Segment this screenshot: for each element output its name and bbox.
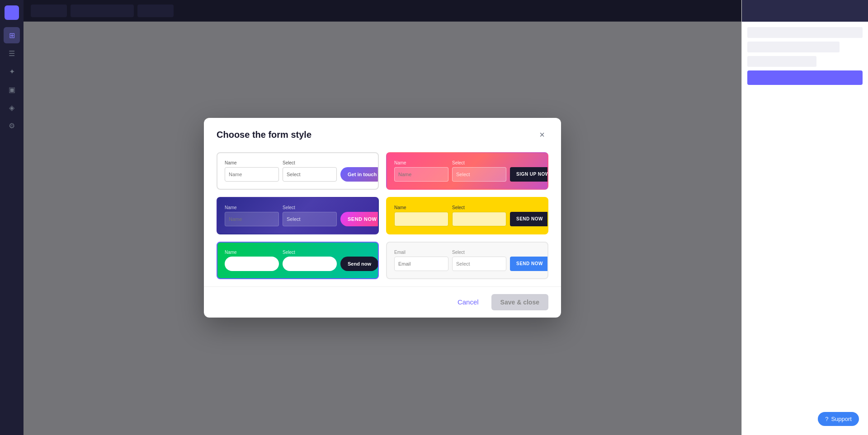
form-style-green[interactable]: Name Select Send now <box>217 242 379 279</box>
sidebar: ⊞ ☰ ✦ ▣ ◈ ⚙ <box>0 0 24 435</box>
modal-header: Choose the form style × <box>204 118 561 149</box>
form-style-white[interactable]: Name Select Select Get in touch <box>217 152 379 190</box>
style-green-select-label: Select <box>283 250 337 255</box>
form-style-yellow[interactable]: Name Select SEND NOW <box>386 197 548 234</box>
style-green-select[interactable] <box>283 257 337 271</box>
style-white-name-input[interactable] <box>225 167 279 182</box>
support-icon: ? <box>825 416 828 422</box>
style-pink-select[interactable]: Select <box>452 167 506 182</box>
right-panel-row-2 <box>747 42 840 52</box>
style-minimal-select-label: Select <box>452 250 506 255</box>
sidebar-icon-settings[interactable]: ⚙ <box>4 117 20 134</box>
style-minimal-cta-button[interactable]: SEND NOW <box>510 257 548 271</box>
style-yellow-name-label: Name <box>394 205 448 210</box>
style-green-cta-button[interactable]: Send now <box>340 257 378 271</box>
style-minimal-email-label: Email <box>394 250 448 255</box>
style-yellow-name-input[interactable] <box>394 212 448 226</box>
save-close-button[interactable]: Save & close <box>491 294 548 310</box>
right-panel-content <box>742 22 868 90</box>
modal-body: Name Select Select Get in touch <box>204 149 561 286</box>
right-panel-row-3 <box>747 56 816 67</box>
style-purple-select-label: Select <box>283 205 337 210</box>
right-panel-row-1 <box>747 27 863 38</box>
style-purple-name-input[interactable] <box>225 212 279 226</box>
right-panel-header <box>742 0 868 22</box>
right-panel <box>741 0 868 435</box>
form-style-pink[interactable]: Name Select Select SIGN UP NOW <box>386 152 548 190</box>
style-white-select-label: Select <box>283 160 337 165</box>
background-page: ⊞ ☰ ✦ ▣ ◈ ⚙ Choose the form style × <box>0 0 868 435</box>
right-panel-action-button[interactable] <box>747 70 863 85</box>
main-content: Choose the form style × Name <box>24 0 741 435</box>
modal-backdrop: Choose the form style × Name <box>24 0 741 435</box>
style-green-name-input[interactable] <box>225 257 279 271</box>
style-white-name-label: Name <box>225 160 279 165</box>
modal-title: Choose the form style <box>217 130 311 140</box>
form-style-modal: Choose the form style × Name <box>204 118 561 318</box>
style-yellow-cta-button[interactable]: SEND NOW <box>510 212 548 226</box>
sidebar-icon-home[interactable]: ⊞ <box>4 27 20 43</box>
style-purple-name-label: Name <box>225 205 279 210</box>
style-white-cta-button[interactable]: Get in touch <box>340 167 379 182</box>
style-purple-cta-button[interactable]: SEND NOW <box>340 212 379 226</box>
cancel-button[interactable]: Cancel <box>450 295 486 309</box>
sidebar-icon-design[interactable]: ✦ <box>4 63 20 80</box>
style-purple-select[interactable]: Select <box>283 212 337 226</box>
style-pink-name-input[interactable] <box>394 167 448 182</box>
modal-footer: Cancel Save & close <box>204 286 561 318</box>
style-pink-name-label: Name <box>394 160 448 165</box>
style-green-name-label: Name <box>225 250 279 255</box>
style-white-select[interactable]: Select <box>283 167 337 182</box>
style-minimal-email-input[interactable] <box>394 257 448 271</box>
support-button[interactable]: ? Support <box>818 412 859 426</box>
sidebar-icon-elements[interactable]: ◈ <box>4 99 20 116</box>
sidebar-icon-pages[interactable]: ☰ <box>4 45 20 61</box>
sidebar-icon-media[interactable]: ▣ <box>4 81 20 98</box>
form-style-purple[interactable]: Name Select Select SEND NOW <box>217 197 379 234</box>
style-yellow-select-label: Select <box>452 205 506 210</box>
style-pink-select-label: Select <box>452 160 506 165</box>
modal-close-button[interactable]: × <box>536 129 548 141</box>
form-style-minimal[interactable]: Email Select Select SEND NOW <box>386 242 548 279</box>
style-minimal-select[interactable]: Select <box>452 257 506 271</box>
style-yellow-select[interactable] <box>452 212 506 226</box>
style-pink-cta-button[interactable]: SIGN UP NOW <box>510 167 548 182</box>
sidebar-logo <box>5 5 19 20</box>
support-label: Support <box>831 416 852 422</box>
